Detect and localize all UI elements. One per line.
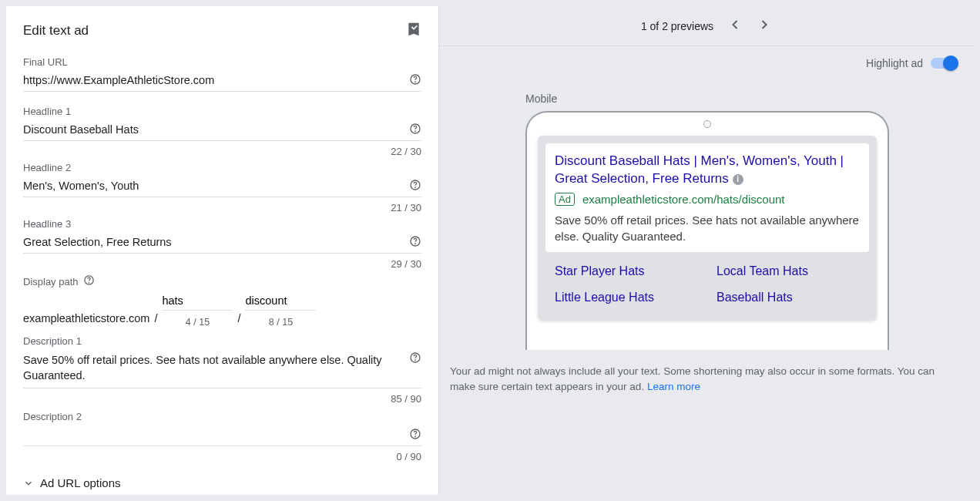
headline3-label: Headline 3 bbox=[23, 218, 421, 230]
learn-more-link[interactable]: Learn more bbox=[647, 381, 700, 392]
preview-navbar: 1 of 2 previews bbox=[439, 6, 974, 46]
panel-title: Edit text ad bbox=[23, 23, 89, 39]
preview-panel: 1 of 2 previews Highlight ad Mobile Disc… bbox=[439, 6, 974, 495]
next-preview-button[interactable] bbox=[757, 17, 772, 35]
help-icon[interactable] bbox=[409, 179, 421, 193]
phone-camera-icon bbox=[703, 120, 711, 128]
preview-counter: 1 of 2 previews bbox=[641, 20, 713, 32]
headline2-input[interactable] bbox=[23, 178, 403, 193]
headline1-input[interactable] bbox=[23, 122, 403, 137]
sitelink[interactable]: Local Team Hats bbox=[717, 264, 860, 278]
display-path-base: exampleathleticstore.com bbox=[23, 312, 149, 328]
headline1-label: Headline 1 bbox=[23, 106, 421, 117]
description2-counter: 0 / 90 bbox=[23, 451, 421, 462]
ad-url-options-label: Ad URL options bbox=[40, 476, 121, 489]
help-icon[interactable] bbox=[409, 235, 421, 250]
path2-counter: 8 / 15 bbox=[269, 317, 293, 328]
description2-input[interactable] bbox=[23, 427, 403, 442]
headline2-label: Headline 2 bbox=[23, 162, 421, 173]
sitelink[interactable]: Baseball Hats bbox=[717, 291, 860, 304]
path2-input[interactable] bbox=[245, 293, 316, 311]
prev-preview-button[interactable] bbox=[727, 17, 743, 35]
final-url-input[interactable] bbox=[23, 72, 403, 88]
mobile-label: Mobile bbox=[525, 92, 557, 105]
headline3-counter: 29 / 30 bbox=[23, 258, 421, 270]
description1-counter: 85 / 90 bbox=[23, 393, 421, 405]
svg-point-9 bbox=[89, 282, 89, 283]
svg-point-3 bbox=[415, 131, 416, 132]
final-url-label: Final URL bbox=[23, 56, 421, 68]
headline3-input[interactable] bbox=[23, 234, 403, 250]
preview-disclaimer: Your ad might not always include all you… bbox=[450, 364, 957, 395]
phone-frame: Discount Baseball Hats | Men's, Women's,… bbox=[525, 111, 889, 350]
chevron-down-icon bbox=[23, 478, 34, 489]
svg-point-7 bbox=[415, 244, 416, 244]
path1-counter: 4 / 15 bbox=[186, 317, 210, 328]
sitelink[interactable]: Little League Hats bbox=[555, 291, 698, 304]
ad-display-url: exampleathleticstore.com/hats/discount bbox=[582, 193, 785, 206]
highlight-ad-toggle[interactable] bbox=[931, 58, 957, 69]
description1-label: Description 1 bbox=[23, 335, 421, 347]
feedback-flag-icon[interactable] bbox=[406, 22, 421, 39]
svg-point-11 bbox=[415, 360, 416, 361]
sitelink[interactable]: Star Player Hats bbox=[555, 264, 698, 278]
ad-card: Discount Baseball Hats | Men's, Women's,… bbox=[538, 136, 877, 320]
headline1-counter: 22 / 30 bbox=[23, 146, 421, 157]
help-icon[interactable] bbox=[409, 428, 421, 442]
info-icon[interactable]: i bbox=[733, 174, 743, 185]
ad-url-options-toggle[interactable]: Ad URL options bbox=[23, 476, 421, 489]
display-path-label: Display path bbox=[23, 276, 79, 287]
headline2-counter: 21 / 30 bbox=[23, 202, 421, 214]
description2-label: Description 2 bbox=[23, 411, 421, 422]
help-icon[interactable] bbox=[409, 73, 421, 88]
ad-description: Save 50% off retail prices. See hats not… bbox=[555, 212, 860, 244]
ad-badge: Ad bbox=[555, 193, 575, 206]
help-icon[interactable] bbox=[83, 274, 95, 288]
help-icon[interactable] bbox=[409, 123, 421, 137]
path1-input[interactable] bbox=[162, 293, 233, 311]
svg-point-1 bbox=[415, 82, 416, 82]
description1-input[interactable] bbox=[23, 351, 403, 385]
svg-point-13 bbox=[415, 436, 416, 437]
ad-headline: Discount Baseball Hats | Men's, Women's,… bbox=[555, 153, 860, 188]
svg-point-5 bbox=[415, 187, 416, 188]
edit-panel: Edit text ad Final URL Headline 1 22 / 3… bbox=[6, 6, 439, 495]
highlight-ad-label: Highlight ad bbox=[866, 57, 923, 69]
help-icon[interactable] bbox=[409, 351, 421, 366]
